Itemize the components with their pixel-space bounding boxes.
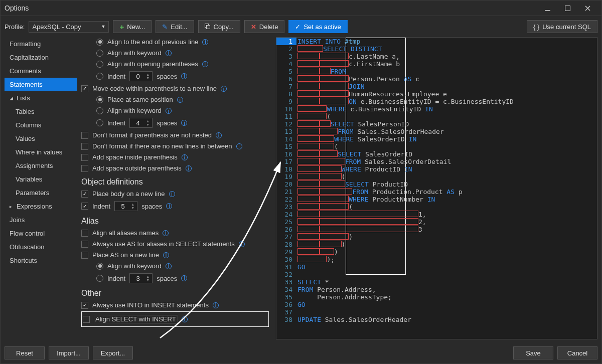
- label: Indent: [107, 275, 125, 282]
- code-editor[interactable]: 1INSERT INTO #tmp2SELECT DISTINCT3c.Last…: [276, 38, 597, 339]
- use-current-sql-button[interactable]: { }Use current SQL: [527, 20, 597, 33]
- svg-rect-1: [565, 6, 570, 11]
- code-line: 3c.LastName a,: [276, 53, 597, 60]
- opt-indent-4[interactable]: Indent4▲▼spacesi: [81, 117, 269, 129]
- opt-dont-format-no-newlines[interactable]: Don't format if there are no new lines i…: [81, 141, 269, 151]
- minimize-button[interactable]: [537, 2, 557, 14]
- info-icon[interactable]: i: [182, 316, 188, 322]
- info-icon[interactable]: i: [221, 86, 227, 92]
- copy-button[interactable]: Copy...: [198, 20, 240, 33]
- opt-add-space-inside[interactable]: Add space inside parenthesisi: [81, 152, 269, 162]
- info-icon[interactable]: i: [166, 50, 172, 56]
- nav-comments[interactable]: Comments: [5, 64, 77, 78]
- new-button[interactable]: +New...: [113, 20, 152, 33]
- nav-obfuscation[interactable]: Obfuscation: [5, 240, 77, 254]
- maximize-button[interactable]: [557, 2, 577, 14]
- info-icon[interactable]: i: [166, 108, 172, 114]
- nav-variables[interactable]: Variables: [5, 172, 77, 186]
- opt-indent-3[interactable]: Indent3▲▼spacesi: [81, 272, 269, 284]
- info-icon[interactable]: i: [166, 203, 172, 209]
- opt-dont-format-nested[interactable]: Don't format if parenthesis are not nest…: [81, 130, 269, 140]
- code-text: SELECT DISTINCT: [296, 45, 597, 53]
- info-icon[interactable]: i: [181, 120, 187, 126]
- info-icon[interactable]: i: [177, 97, 183, 103]
- nav-capitalization[interactable]: Capitalization: [5, 51, 77, 64]
- delete-button[interactable]: ✕Delete: [244, 20, 285, 33]
- label: Add space outside parenthesis: [92, 164, 182, 172]
- indent-spinner-5[interactable]: 5▲▼: [114, 201, 137, 211]
- nav-formatting[interactable]: Formatting: [5, 37, 77, 51]
- edit-button[interactable]: ✎Edit...: [156, 20, 194, 33]
- nav-parameters[interactable]: Parameters: [5, 186, 77, 200]
- nav-shortcuts[interactable]: Shortcuts: [5, 254, 77, 267]
- cancel-button[interactable]: Cancel: [557, 346, 597, 359]
- opt-indent-5[interactable]: Indent5▲▼spacesi: [81, 200, 269, 212]
- nav-lists-header[interactable]: ◢Lists: [5, 91, 77, 105]
- opt-align-keyword-2[interactable]: Align with keywordi: [81, 106, 269, 115]
- opt-align-end-prev[interactable]: Align to the end of previous linei: [81, 37, 269, 47]
- save-button[interactable]: Save: [513, 346, 553, 359]
- export-button[interactable]: Export...: [93, 346, 133, 359]
- opt-move-code-paren[interactable]: Move code within parenthesis to a new li…: [81, 84, 269, 93]
- chevron-down-icon: ◢: [10, 96, 15, 101]
- info-icon[interactable]: i: [181, 73, 187, 79]
- opt-add-space-outside[interactable]: Add space outside parenthesisi: [81, 163, 269, 173]
- indent-spinner-4[interactable]: 4▲▼: [129, 118, 153, 128]
- opt-place-same-pos[interactable]: Place at same positioni: [81, 95, 269, 104]
- code-line: 7JOIN: [276, 83, 597, 90]
- info-icon[interactable]: i: [236, 143, 242, 149]
- info-icon[interactable]: i: [163, 252, 169, 258]
- nav-expressions[interactable]: ▸Expressions: [5, 200, 77, 213]
- info-icon[interactable]: i: [186, 165, 192, 171]
- opt-align-keyword-1[interactable]: Align with keywordi: [81, 48, 269, 58]
- opt-align-keyword-3[interactable]: Align with keywordi: [81, 261, 269, 271]
- line-number: 32: [276, 271, 296, 278]
- import-button[interactable]: Import...: [49, 346, 89, 359]
- spaces-label: spaces: [157, 119, 177, 127]
- nav-tables[interactable]: Tables: [5, 105, 77, 118]
- code-text: FROM Production.Product AS p: [296, 188, 597, 196]
- info-icon[interactable]: i: [213, 302, 219, 308]
- code-line: 23(: [276, 203, 597, 211]
- profile-dropdown[interactable]: ApexSQL - Copy ▼: [29, 21, 109, 33]
- spinner-value: 4: [130, 119, 146, 127]
- info-icon[interactable]: i: [239, 241, 245, 247]
- info-icon[interactable]: i: [182, 154, 188, 160]
- svg-rect-0: [545, 10, 550, 11]
- nav-columns[interactable]: Columns: [5, 118, 77, 132]
- info-icon[interactable]: i: [216, 132, 222, 138]
- opt-always-use-into[interactable]: Always use INTO in INSERT statementsi: [81, 300, 269, 310]
- opt-align-all-aliases[interactable]: Align all aliases namesi: [81, 228, 269, 238]
- nav-joins[interactable]: Joins: [5, 213, 77, 227]
- info-icon[interactable]: i: [163, 230, 169, 236]
- reset-button[interactable]: Reset: [5, 346, 45, 359]
- options-panel: Align to the end of previous linei Align…: [81, 37, 272, 339]
- nav-assignments[interactable]: Assignments: [5, 159, 77, 172]
- opt-place-body-newline[interactable]: Place body on a new linei: [81, 189, 269, 199]
- nav-flow-control[interactable]: Flow control: [5, 227, 77, 240]
- opt-place-as-newline[interactable]: Place AS on a new linei: [81, 250, 269, 260]
- nav-where-in-values[interactable]: Where in values: [5, 145, 77, 159]
- line-number: 1: [276, 38, 296, 45]
- radio-icon: [96, 107, 103, 114]
- info-icon[interactable]: i: [202, 61, 208, 67]
- spaces-label: spaces: [157, 73, 177, 80]
- radio-icon: [96, 50, 103, 57]
- info-icon[interactable]: i: [166, 263, 172, 269]
- set-active-button[interactable]: ✓Set as active: [288, 20, 347, 33]
- nav-statements[interactable]: Statements: [5, 78, 77, 91]
- close-button[interactable]: [577, 2, 597, 14]
- opt-indent-0[interactable]: Indent0▲▼spacesi: [81, 70, 269, 82]
- info-icon[interactable]: i: [169, 191, 175, 197]
- indent-spinner-0[interactable]: 0▲▼: [129, 71, 153, 81]
- opt-align-select-insert[interactable]: Align SELECT with INSERTi: [83, 314, 267, 324]
- info-icon[interactable]: i: [202, 39, 208, 45]
- label: Align to the end of previous line: [107, 38, 198, 46]
- info-icon[interactable]: i: [181, 275, 187, 281]
- indent-spinner-3[interactable]: 3▲▼: [129, 273, 153, 283]
- opt-align-open-paren[interactable]: Align with opening parenthesesi: [81, 59, 269, 69]
- opt-always-use-as[interactable]: Always use AS for aliases in SELECT stat…: [81, 239, 269, 249]
- code-line: 32: [276, 271, 597, 278]
- code-text: (: [296, 143, 597, 150]
- nav-values[interactable]: Values: [5, 132, 77, 145]
